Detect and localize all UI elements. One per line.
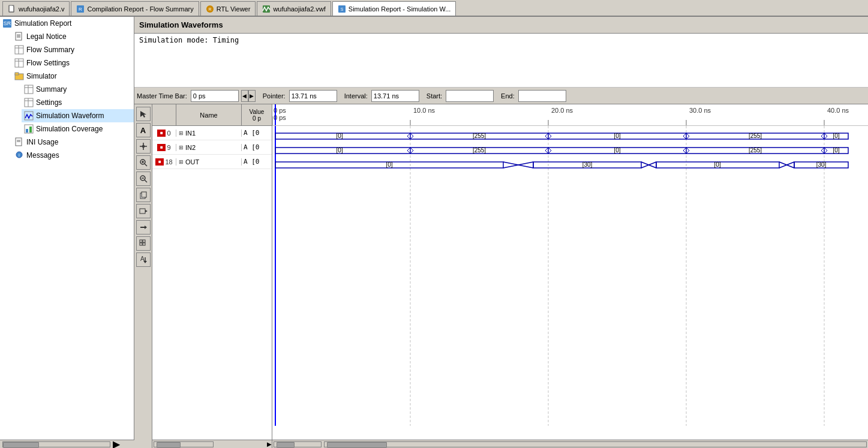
start-input[interactable] (446, 90, 494, 102)
tab-wvf[interactable]: wufuhaojiafa2.vwf (257, 1, 331, 16)
svg-text:[30]: [30] (582, 161, 593, 168)
sidebar-item-label: Messages (26, 151, 59, 160)
sr-value-in2: A [0 (242, 143, 272, 151)
sidebar-item-messages[interactable]: i Messages (12, 149, 134, 162)
signal-row-in2[interactable]: ■ 9 ⊞ IN2 A [0 (152, 140, 272, 155)
sr-value-in1: A [0 (242, 129, 272, 137)
waveform-hscrollbar[interactable] (272, 440, 868, 448)
end-input[interactable] (518, 90, 566, 102)
svg-line-42 (145, 164, 147, 166)
sidebar-item-simulator[interactable]: Simulator (12, 70, 134, 83)
settings-icon (24, 98, 34, 107)
time-next[interactable]: ▶ (248, 90, 256, 102)
file-icon (8, 5, 16, 13)
tab-rtl-viewer[interactable]: R RTL Viewer (200, 1, 256, 16)
cursor-btn[interactable] (136, 107, 151, 121)
grid-btn[interactable] (136, 236, 151, 251)
tab-wufuhaojiafa2v[interactable]: wufuhaojiafa2.v (2, 1, 70, 16)
sr-idx-out: ■ 18 (152, 158, 176, 166)
sidebar-item-summary[interactable]: Summary (22, 83, 134, 96)
svg-text:[255]: [255] (473, 133, 486, 139)
sim-mode-bar: Simulation mode: Timing (134, 34, 868, 88)
table-icon (14, 45, 24, 55)
signal-scroll-right[interactable]: ▶ (267, 441, 272, 447)
svg-marker-51 (145, 210, 148, 212)
signal-header: Name Value 0 p (152, 104, 272, 126)
zoom-out-btn[interactable] (136, 172, 151, 186)
sidebar-item-simulation-report[interactable]: SR Simulation Report (0, 17, 134, 30)
master-time-bar-input[interactable] (191, 90, 239, 102)
summary-icon (24, 85, 34, 94)
pointer-input[interactable] (289, 90, 337, 102)
sidebar-item-simulation-waveform[interactable]: Simulation Waveform (22, 109, 134, 122)
svg-text:40.0 ns: 40.0 ns (827, 107, 849, 114)
main-layout: SR Simulation Report Legal Notice Flow S… (0, 17, 868, 448)
svg-rect-30 (26, 129, 28, 133)
svg-text:[255]: [255] (749, 147, 762, 154)
signal-row-in1[interactable]: ■ 0 ⊞ IN1 A [0 (152, 126, 272, 140)
sidebar-item-label: Flow Settings (26, 59, 70, 67)
waveform-title: Simulation Waveforms (134, 17, 868, 34)
svg-text:[0]: [0] (833, 133, 839, 139)
svg-rect-54 (140, 240, 142, 242)
svg-rect-56 (140, 243, 142, 245)
svg-text:[0]: [0] (336, 147, 343, 154)
forward-btn[interactable] (136, 220, 151, 234)
sidebar-item-flow-settings[interactable]: Flow Settings (12, 56, 134, 70)
start-label: Start: (427, 92, 442, 100)
sort-btn[interactable]: A (136, 252, 151, 267)
svg-text:i: i (19, 152, 20, 158)
content-area: Simulation Waveforms Simulation mode: Ti… (134, 17, 868, 448)
waveform-ruler: 0 ps 0 ps 10.0 ns 20.0 ns 30.0 ns 40.0 n… (272, 104, 868, 126)
sidebar-item-flow-summary[interactable]: Flow Summary (12, 43, 134, 56)
svg-text:[255]: [255] (473, 147, 486, 154)
signal-scrollbar[interactable]: ▶ (152, 440, 272, 448)
tab-label: RTL Viewer (217, 5, 251, 13)
sidebar-item-label: Summary (36, 85, 67, 94)
sidebar-scroll-right[interactable]: ▶ (113, 438, 120, 448)
expand-btn[interactable] (136, 204, 151, 218)
a-btn[interactable]: A (136, 123, 151, 137)
sidebar-item-ini-usage[interactable]: INI Usage (12, 136, 134, 149)
sidebar-item-legal-notice[interactable]: Legal Notice (12, 30, 134, 43)
sidebar-item-label: Simulator (26, 72, 57, 80)
sidebar-item-simulation-coverage[interactable]: Simulation Coverage (22, 122, 134, 136)
tab-label: Compilation Report - Flow Summary (87, 5, 193, 13)
svg-rect-49 (142, 192, 146, 197)
sr-name-in2: ⊞ IN2 (176, 144, 242, 151)
tab-sim-report[interactable]: S Simulation Report - Simulation W... (332, 1, 456, 16)
copy-btn[interactable] (136, 188, 151, 202)
sidebar-item-settings[interactable]: Settings (22, 96, 134, 109)
svg-text:[0]: [0] (386, 161, 392, 168)
ini-icon (14, 137, 24, 147)
messages-icon: i (14, 151, 24, 160)
sidebar-item-label: Flow Summary (26, 46, 74, 54)
folder-icon (14, 71, 24, 81)
sr-value-out: A [0 (242, 158, 272, 166)
svg-text:[0]: [0] (833, 147, 839, 154)
time-prev[interactable]: ◀ (241, 90, 248, 102)
signal-row-out[interactable]: ■ 18 ⊞ OUT A [0 (152, 155, 272, 169)
svg-text:[0]: [0] (336, 133, 343, 139)
tab-label: wufuhaojiafa2.vwf (273, 5, 325, 13)
crosshair-btn[interactable] (136, 139, 151, 154)
sidebar-item-label: Simulation Coverage (36, 125, 103, 133)
waveform-area: A (134, 104, 868, 448)
svg-text:[0]: [0] (714, 161, 720, 168)
waveform-canvas[interactable]: [0] [255] [0] [255] (272, 126, 868, 440)
col-name: Name (176, 104, 242, 125)
svg-text:R: R (208, 7, 211, 11)
svg-text:SR: SR (4, 20, 11, 26)
time-toolbar: Master Time Bar: ◀ ▶ Pointer: Interval: … (134, 88, 868, 104)
sidebar-item-label: Simulation Report (14, 19, 71, 28)
sidebar-scrollbar[interactable]: ▶ (0, 440, 134, 448)
end-label: End: (501, 92, 515, 100)
interval-input[interactable] (371, 90, 419, 102)
svg-text:S: S (341, 7, 344, 11)
doc-icon (14, 32, 24, 41)
tab-compilation-report[interactable]: R Compilation Report - Flow Summary (71, 1, 199, 16)
zoom-in-btn[interactable] (136, 155, 151, 170)
tab-label: Simulation Report - Simulation W... (349, 5, 451, 13)
sim-report-icon: SR (2, 19, 12, 28)
svg-rect-22 (25, 85, 33, 94)
